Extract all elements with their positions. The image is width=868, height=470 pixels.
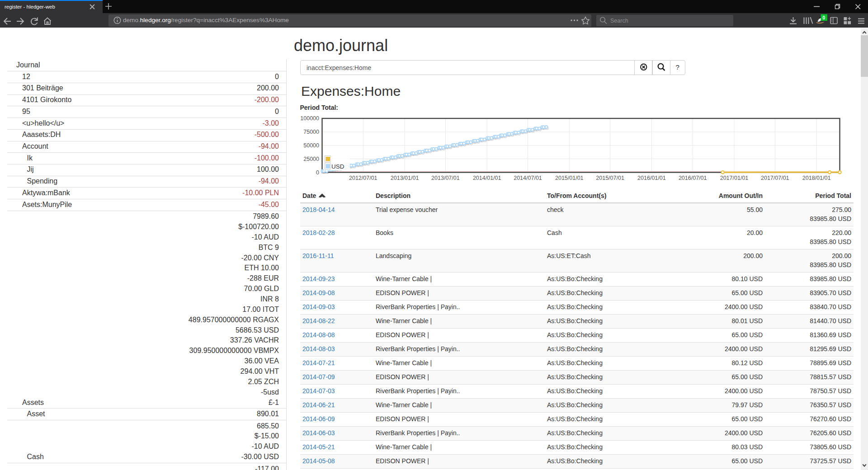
svg-text:2018/01/01: 2018/01/01 <box>802 175 831 181</box>
svg-text:25000: 25000 <box>303 156 319 162</box>
svg-text:2016/07/01: 2016/07/01 <box>679 175 707 181</box>
svg-text:2014/01/01: 2014/01/01 <box>473 175 501 181</box>
svg-text:75000: 75000 <box>303 129 319 135</box>
svg-text:50000: 50000 <box>303 142 319 149</box>
svg-text:USD: USD <box>331 163 344 170</box>
svg-text:2017/01/01: 2017/01/01 <box>720 175 749 181</box>
svg-text:2016/01/01: 2016/01/01 <box>637 175 666 181</box>
svg-text:2017/07/01: 2017/07/01 <box>761 175 789 181</box>
svg-text:0: 0 <box>316 169 319 176</box>
svg-text:2014/07/01: 2014/07/01 <box>514 175 542 181</box>
svg-text:2013/01/01: 2013/01/01 <box>391 175 419 181</box>
svg-text:2015/01/01: 2015/01/01 <box>555 175 584 181</box>
svg-text:2013/07/01: 2013/07/01 <box>431 175 460 181</box>
svg-text:2015/07/01: 2015/07/01 <box>596 175 624 181</box>
svg-text:100000: 100000 <box>300 115 319 122</box>
svg-text:2012/07/01: 2012/07/01 <box>349 175 377 181</box>
